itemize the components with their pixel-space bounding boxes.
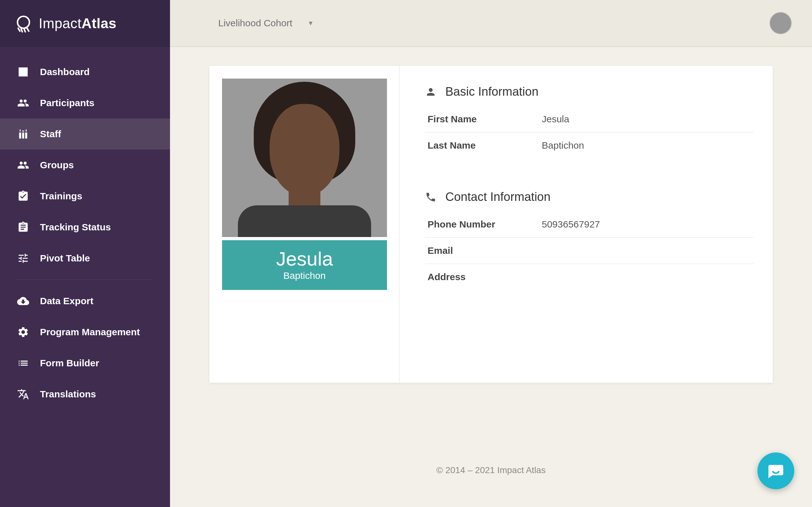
sidebar-item-form-builder[interactable]: Form Builder	[0, 348, 170, 379]
sidebar-item-groups[interactable]: Groups	[0, 150, 170, 181]
profile-first-name: Jesula	[225, 248, 384, 269]
translate-icon	[17, 388, 29, 400]
info-label: Last Name	[427, 140, 542, 151]
info-label: Phone Number	[427, 219, 542, 230]
program-dropdown-label: Livelihood Cohort	[218, 18, 292, 29]
topbar: Livelihood Cohort ▼	[170, 0, 812, 47]
chat-icon	[767, 462, 785, 480]
chat-launcher-button[interactable]	[757, 452, 794, 489]
clipboard-check-icon	[17, 190, 29, 202]
staff-icon	[17, 128, 29, 140]
contact-info-header: Contact Information	[425, 190, 754, 204]
section-title: Contact Information	[445, 190, 551, 204]
section-title: Basic Information	[445, 85, 539, 99]
sidebar-item-pivot-table[interactable]: Pivot Table	[0, 243, 170, 274]
brand-logo[interactable]: ImpactAtlas	[0, 0, 170, 47]
sidebar-nav: Dashboard Participants Staff Groups	[0, 47, 170, 410]
bar-chart-icon	[17, 66, 29, 78]
info-value: 50936567927	[542, 219, 600, 230]
info-label: Email	[427, 245, 542, 256]
info-row-address: Address	[425, 264, 754, 290]
sidebar-item-label: Tracking Status	[40, 222, 111, 233]
sidebar-item-label: Groups	[40, 160, 74, 170]
program-dropdown[interactable]: Livelihood Cohort ▼	[218, 18, 314, 29]
info-row-phone: Phone Number 50936567927	[425, 211, 754, 238]
sidebar-item-staff[interactable]: Staff	[0, 118, 170, 150]
groups-icon	[17, 159, 29, 171]
info-row-first-name: First Name Jesula	[425, 106, 754, 132]
staff-profile-card: Jesula Baptichon Basic Information First…	[209, 66, 773, 383]
brand-name: ImpactAtlas	[39, 15, 116, 32]
profile-details-panel: Basic Information First Name Jesula Last…	[400, 66, 773, 383]
person-icon	[425, 86, 437, 98]
sidebar-item-label: Program Management	[40, 327, 140, 337]
basic-info-header: Basic Information	[425, 85, 754, 99]
profile-last-name: Baptichon	[225, 270, 384, 281]
info-row-email: Email	[425, 238, 754, 264]
cloud-download-icon	[17, 295, 29, 307]
contact-info-table: Phone Number 50936567927 Email Address	[425, 211, 754, 290]
list-icon	[17, 357, 29, 369]
info-value: Baptichon	[542, 140, 584, 151]
sidebar-item-label: Trainings	[40, 191, 82, 202]
sidebar-item-trainings[interactable]: Trainings	[0, 181, 170, 212]
sidebar-item-label: Data Export	[40, 296, 93, 306]
brand-mark-icon	[14, 14, 33, 33]
sidebar-item-label: Staff	[40, 129, 61, 139]
main-area: Livelihood Cohort ▼	[170, 0, 812, 507]
sidebar-item-label: Pivot Table	[40, 253, 90, 264]
basic-info-table: First Name Jesula Last Name Baptichon	[425, 106, 754, 158]
sidebar-item-label: Form Builder	[40, 358, 99, 369]
content: Jesula Baptichon Basic Information First…	[170, 47, 812, 507]
sidebar-item-data-export[interactable]: Data Export	[0, 285, 170, 317]
profile-name-block: Jesula Baptichon	[222, 240, 387, 290]
info-row-last-name: Last Name Baptichon	[425, 132, 754, 158]
gear-icon	[17, 326, 29, 338]
sidebar-item-tracking-status[interactable]: Tracking Status	[0, 212, 170, 243]
user-avatar-button[interactable]	[769, 12, 792, 34]
info-label: Address	[427, 272, 542, 282]
info-value: Jesula	[542, 114, 569, 124]
people-icon	[17, 97, 29, 109]
info-label: First Name	[427, 114, 542, 124]
tune-icon	[17, 252, 29, 264]
svg-point-0	[17, 16, 30, 29]
sidebar-item-program-management[interactable]: Program Management	[0, 317, 170, 348]
sidebar-item-label: Participants	[40, 98, 95, 108]
sidebar-item-dashboard[interactable]: Dashboard	[0, 56, 170, 88]
sidebar-item-translations[interactable]: Translations	[0, 379, 170, 410]
clipboard-icon	[17, 221, 29, 233]
footer-copyright: © 2014 – 2021 Impact Atlas	[209, 465, 773, 475]
phone-icon	[425, 191, 437, 203]
sidebar-item-participants[interactable]: Participants	[0, 88, 170, 118]
sidebar-divider	[17, 279, 153, 280]
chevron-down-icon: ▼	[307, 20, 314, 27]
sidebar: ImpactAtlas Dashboard Participants S	[0, 0, 170, 507]
sidebar-item-label: Dashboard	[40, 66, 90, 77]
profile-photo-panel: Jesula Baptichon	[209, 66, 400, 383]
profile-photo	[222, 78, 387, 237]
sidebar-item-label: Translations	[40, 389, 96, 400]
